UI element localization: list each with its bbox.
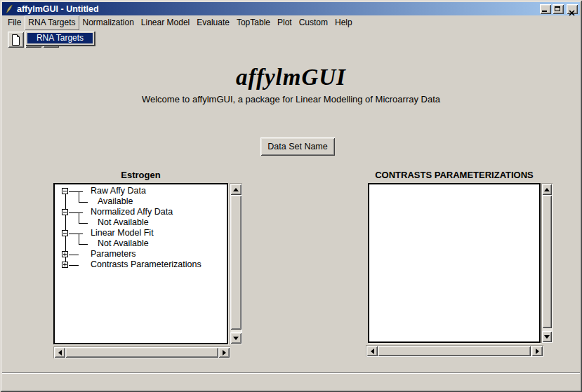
- scrollbar-thumb[interactable]: [230, 195, 242, 330]
- application-window: affylmGUI - Untitled FileRNA TargetsNorm…: [0, 0, 582, 392]
- expand-toggle-icon[interactable]: [62, 262, 68, 268]
- tree-vertical-scrollbar[interactable]: [230, 183, 242, 344]
- arrow-left-icon: [371, 349, 374, 354]
- arrow-right-icon: [223, 350, 226, 356]
- close-button[interactable]: [567, 4, 578, 14]
- tree-node-raw-affy-data[interactable]: Raw Affy Data: [91, 186, 146, 196]
- scroll-left-button[interactable]: [366, 346, 378, 356]
- status-tree[interactable]: Raw Affy DataAvailableNormalized Affy Da…: [53, 183, 228, 344]
- tree-node-parameters[interactable]: Parameters: [91, 249, 136, 259]
- expand-toggle-icon[interactable]: [62, 251, 68, 257]
- menu-file[interactable]: File: [4, 15, 25, 30]
- tree-node-normalized-affy-data[interactable]: Normalized Affy Data: [91, 207, 173, 217]
- menubar: FileRNA TargetsNormalizationLinear Model…: [2, 15, 580, 30]
- arrow-down-icon: [233, 337, 239, 340]
- menu-item-rna-targets[interactable]: RNA Targets: [27, 33, 93, 43]
- scroll-right-button[interactable]: [218, 347, 230, 358]
- scrollbar-thumb[interactable]: [542, 195, 552, 328]
- scrollbar-thumb[interactable]: [378, 346, 531, 356]
- contrasts-header: CONTRASTS PARAMETERIZATIONS: [368, 170, 541, 180]
- titlebar[interactable]: affylmGUI - Untitled: [2, 2, 580, 15]
- scroll-down-button[interactable]: [542, 331, 552, 342]
- tree-status-available[interactable]: Available: [98, 196, 133, 207]
- collapse-toggle-icon[interactable]: [62, 188, 68, 194]
- arrow-up-icon: [544, 188, 550, 191]
- maximize-icon: [555, 6, 560, 11]
- collapse-toggle-icon[interactable]: [62, 209, 68, 215]
- menu-help[interactable]: Help: [331, 15, 356, 30]
- new-file-icon: [10, 34, 22, 46]
- menu-normalization[interactable]: Normalization: [79, 15, 138, 30]
- contrasts-vertical-scrollbar[interactable]: [541, 183, 553, 343]
- arrow-down-icon: [544, 335, 550, 339]
- data-set-name-button[interactable]: Data Set Name: [260, 137, 335, 156]
- menu-linear-model[interactable]: Linear Model: [138, 15, 193, 30]
- tree-status-not-available[interactable]: Not Available: [98, 238, 149, 249]
- window-title: affylmGUI - Untitled: [17, 4, 99, 14]
- new-file-button[interactable]: [8, 32, 24, 48]
- minimize-icon: [542, 11, 547, 12]
- arrow-left-icon: [58, 350, 62, 356]
- app-title: affylmGUI: [0, 65, 582, 90]
- menu-evaluate[interactable]: Evaluate: [193, 15, 233, 30]
- tree-status-not-available[interactable]: Not Available: [98, 217, 149, 228]
- rna-targets-menu-popup: RNA Targets: [25, 31, 95, 46]
- menu-toptable[interactable]: TopTable: [233, 15, 274, 30]
- window-controls: [540, 4, 578, 14]
- scroll-left-button[interactable]: [54, 347, 65, 358]
- statusbar-divider: [2, 372, 580, 374]
- collapse-toggle-icon[interactable]: [62, 230, 68, 236]
- tree-node-linear-model-fit[interactable]: Linear Model Fit: [91, 228, 154, 238]
- tree-node-contrasts-parameterizations[interactable]: Contrasts Parameterizations: [91, 259, 201, 270]
- menu-rna-targets[interactable]: RNA Targets: [25, 15, 79, 30]
- scroll-down-button[interactable]: [230, 332, 242, 344]
- contrasts-horizontal-scrollbar[interactable]: [366, 345, 543, 357]
- menu-plot[interactable]: Plot: [274, 15, 296, 30]
- feather-icon: [4, 4, 14, 15]
- scroll-up-button[interactable]: [230, 184, 242, 195]
- menu-custom[interactable]: Custom: [296, 15, 331, 30]
- scroll-right-button[interactable]: [531, 346, 543, 356]
- arrow-up-icon: [233, 188, 239, 191]
- tree-horizontal-scrollbar[interactable]: [53, 346, 230, 358]
- estrogen-header: Estrogen: [53, 170, 228, 180]
- welcome-text: Welcome to affylmGUI, a package for Line…: [0, 94, 582, 104]
- contrasts-listbox[interactable]: [368, 183, 541, 343]
- scroll-up-button[interactable]: [542, 184, 552, 195]
- maximize-button[interactable]: [553, 4, 564, 14]
- arrow-right-icon: [536, 349, 539, 354]
- minimize-button[interactable]: [540, 4, 551, 14]
- scrollbar-thumb[interactable]: [65, 347, 218, 358]
